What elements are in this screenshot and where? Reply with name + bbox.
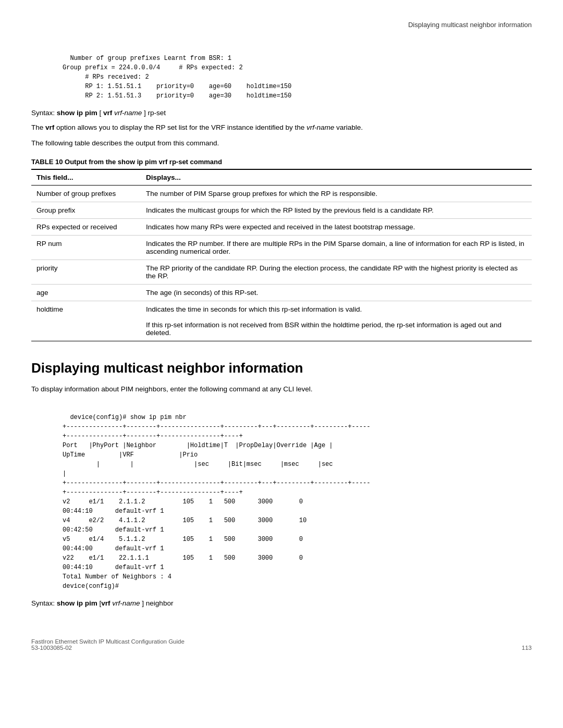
table-cell-display: The RP priority of the candidate RP. Dur… [141,260,532,285]
table-row: holdtimeIndicates the time in seconds fo… [31,301,532,341]
body-table-intro: The following table describes the output… [31,138,532,149]
table-cell-field: RPs expected or received [31,219,141,236]
footer-doc-number: 53-1003085-02 [31,645,185,651]
table-cell-display: Indicates the RP number. If there are mu… [141,236,532,260]
table-cell-field: Number of group prefixes [31,186,141,202]
table-cell-field: RP num [31,236,141,260]
col-header-field: This field... [31,169,141,186]
table-row: Number of group prefixesThe number of PI… [31,186,532,202]
table-row: RPs expected or receivedIndicates how ma… [31,219,532,236]
table-row: ageThe age (in seconds) of this RP-set. [31,285,532,301]
code-block-2: device(config)# show ip pim nbr +-------… [63,403,532,591]
table-row: RP numIndicates the RP number. If there … [31,236,532,260]
table-cell-field: priority [31,260,141,285]
rp-set-table: This field... Displays... Number of grou… [31,169,532,341]
header-title: Displaying multicast neighbor informatio… [408,21,532,29]
table-cell-display: The number of PIM Sparse group prefixes … [141,186,532,202]
syntax-1: Syntax: show ip pim [ vrf vrf-name ] rp-… [31,109,532,117]
table-row: Group prefixIndicates the multicast grou… [31,202,532,219]
table-cell-display: Indicates the time in seconds for which … [141,301,532,341]
table-caption: TABLE 10 Output from the show ip pim vrf… [31,158,532,166]
syntax-2: Syntax: show ip pim [vrf vrf-name ] neig… [31,599,532,607]
footer: FastIron Ethernet Switch IP Multicast Co… [31,638,532,651]
table-cell-field: Group prefix [31,202,141,219]
table-cell-display: Indicates the multicast groups for which… [141,202,532,219]
table-cell-display: The age (in seconds) of this RP-set. [141,285,532,301]
table-label: TABLE 10 [31,158,63,166]
table-row: priorityThe RP priority of the candidate… [31,260,532,285]
footer-title: FastIron Ethernet Switch IP Multicast Co… [31,638,185,645]
table-cell-display: Indicates how many RPs were expected and… [141,219,532,236]
footer-page-number: 113 [522,645,532,651]
footer-left: FastIron Ethernet Switch IP Multicast Co… [31,638,185,651]
code-block-1: Number of group prefixes Learnt from BSR… [63,44,532,101]
table-cell-field: holdtime [31,301,141,341]
table-cell-field: age [31,285,141,301]
col-header-displays: Displays... [141,169,532,186]
section-heading: Displaying multicast neighbor informatio… [31,360,532,376]
section-intro: To display information about PIM neighbo… [31,384,532,395]
header-right: Displaying multicast neighbor informatio… [31,21,532,29]
body-vrf-description: The vrf option allows you to display the… [31,122,532,133]
